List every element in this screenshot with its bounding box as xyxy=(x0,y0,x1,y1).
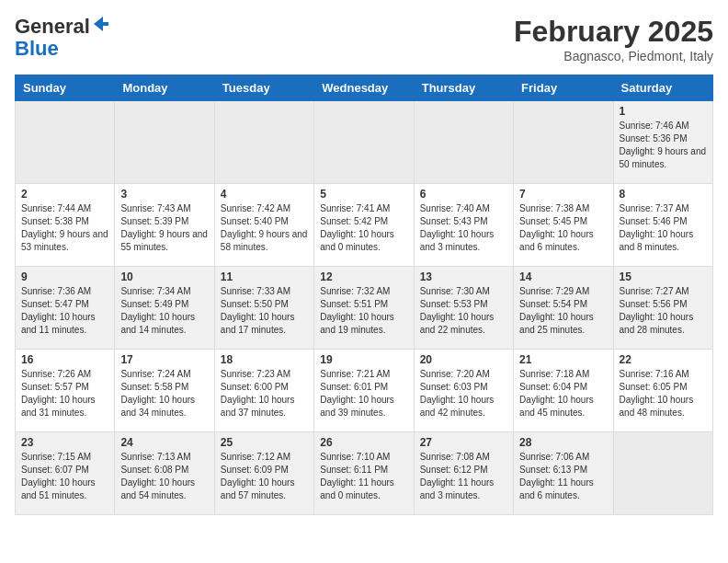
calendar-cell: 1Sunrise: 7:46 AM Sunset: 5:36 PM Daylig… xyxy=(613,101,712,184)
day-number: 9 xyxy=(21,270,108,283)
day-info: Sunrise: 7:18 AM Sunset: 6:04 PM Dayligh… xyxy=(519,368,607,419)
col-header-tuesday: Tuesday xyxy=(214,75,313,101)
day-info: Sunrise: 7:42 AM Sunset: 5:40 PM Dayligh… xyxy=(221,202,308,254)
calendar-cell: 17Sunrise: 7:24 AM Sunset: 5:58 PM Dayli… xyxy=(115,350,214,432)
calendar-cell: 24Sunrise: 7:13 AM Sunset: 6:08 PM Dayli… xyxy=(115,432,214,515)
day-info: Sunrise: 7:27 AM Sunset: 5:56 PM Dayligh… xyxy=(620,285,707,337)
calendar-cell xyxy=(16,101,115,184)
logo-general: General xyxy=(15,15,90,38)
calendar-cell: 12Sunrise: 7:32 AM Sunset: 5:51 PM Dayli… xyxy=(314,267,414,350)
day-number: 14 xyxy=(519,270,607,283)
day-number: 16 xyxy=(21,353,108,366)
calendar-cell: 20Sunrise: 7:20 AM Sunset: 6:03 PM Dayli… xyxy=(414,350,513,432)
day-number: 8 xyxy=(620,188,707,201)
day-info: Sunrise: 7:15 AM Sunset: 6:07 PM Dayligh… xyxy=(21,451,108,502)
day-number: 11 xyxy=(221,270,308,283)
day-number: 26 xyxy=(320,436,407,449)
day-info: Sunrise: 7:06 AM Sunset: 6:13 PM Dayligh… xyxy=(519,451,607,502)
day-number: 24 xyxy=(120,436,208,449)
day-info: Sunrise: 7:43 AM Sunset: 5:39 PM Dayligh… xyxy=(120,202,208,254)
day-info: Sunrise: 7:16 AM Sunset: 6:05 PM Dayligh… xyxy=(620,368,707,419)
day-info: Sunrise: 7:29 AM Sunset: 5:54 PM Dayligh… xyxy=(519,285,607,337)
day-number: 6 xyxy=(420,188,507,201)
day-info: Sunrise: 7:32 AM Sunset: 5:51 PM Dayligh… xyxy=(320,285,407,337)
calendar-cell xyxy=(115,101,214,184)
day-info: Sunrise: 7:34 AM Sunset: 5:49 PM Dayligh… xyxy=(120,285,208,337)
day-info: Sunrise: 7:41 AM Sunset: 5:42 PM Dayligh… xyxy=(320,202,407,254)
day-number: 27 xyxy=(420,436,507,449)
day-number: 22 xyxy=(620,353,707,366)
col-header-friday: Friday xyxy=(514,75,613,101)
logo-blue: Blue xyxy=(15,37,59,60)
calendar-cell: 5Sunrise: 7:41 AM Sunset: 5:42 PM Daylig… xyxy=(314,184,414,267)
calendar-week-row: 23Sunrise: 7:15 AM Sunset: 6:07 PM Dayli… xyxy=(16,432,713,515)
calendar-cell xyxy=(214,101,313,184)
day-number: 23 xyxy=(21,436,108,449)
day-number: 18 xyxy=(221,353,308,366)
day-info: Sunrise: 7:10 AM Sunset: 6:11 PM Dayligh… xyxy=(320,451,407,502)
calendar-cell xyxy=(613,432,712,515)
calendar-cell: 6Sunrise: 7:40 AM Sunset: 5:43 PM Daylig… xyxy=(414,184,513,267)
day-number: 12 xyxy=(320,270,407,283)
calendar-cell: 19Sunrise: 7:21 AM Sunset: 6:01 PM Dayli… xyxy=(314,350,414,432)
calendar-cell xyxy=(414,101,513,184)
day-number: 20 xyxy=(420,353,507,366)
day-number: 2 xyxy=(21,188,108,201)
calendar-cell: 8Sunrise: 7:37 AM Sunset: 5:46 PM Daylig… xyxy=(613,184,712,267)
col-header-saturday: Saturday xyxy=(613,75,712,101)
day-number: 13 xyxy=(420,270,507,283)
day-number: 4 xyxy=(221,188,308,201)
day-info: Sunrise: 7:37 AM Sunset: 5:46 PM Dayligh… xyxy=(620,202,707,254)
day-number: 19 xyxy=(320,353,407,366)
day-number: 1 xyxy=(620,105,707,118)
calendar-cell xyxy=(514,101,613,184)
day-info: Sunrise: 7:12 AM Sunset: 6:09 PM Dayligh… xyxy=(221,451,308,502)
calendar-cell: 13Sunrise: 7:30 AM Sunset: 5:53 PM Dayli… xyxy=(414,267,513,350)
day-number: 17 xyxy=(120,353,208,366)
day-number: 28 xyxy=(519,436,607,449)
calendar-header-row: SundayMondayTuesdayWednesdayThursdayFrid… xyxy=(16,75,713,101)
calendar-subtitle: Bagnasco, Piedmont, Italy xyxy=(514,49,713,63)
logo-arrow-icon xyxy=(92,15,110,33)
calendar-cell: 26Sunrise: 7:10 AM Sunset: 6:11 PM Dayli… xyxy=(314,432,414,515)
col-header-wednesday: Wednesday xyxy=(314,75,414,101)
calendar-cell: 4Sunrise: 7:42 AM Sunset: 5:40 PM Daylig… xyxy=(214,184,313,267)
calendar-week-row: 1Sunrise: 7:46 AM Sunset: 5:36 PM Daylig… xyxy=(16,101,713,184)
day-info: Sunrise: 7:44 AM Sunset: 5:38 PM Dayligh… xyxy=(21,202,108,254)
calendar-cell: 10Sunrise: 7:34 AM Sunset: 5:49 PM Dayli… xyxy=(115,267,214,350)
calendar-cell: 25Sunrise: 7:12 AM Sunset: 6:09 PM Dayli… xyxy=(214,432,313,515)
calendar-week-row: 2Sunrise: 7:44 AM Sunset: 5:38 PM Daylig… xyxy=(16,184,713,267)
day-number: 25 xyxy=(221,436,308,449)
col-header-thursday: Thursday xyxy=(414,75,513,101)
day-number: 3 xyxy=(120,188,208,201)
logo-text: General xyxy=(15,15,110,38)
calendar-week-row: 9Sunrise: 7:36 AM Sunset: 5:47 PM Daylig… xyxy=(16,267,713,350)
logo-blue-text: Blue xyxy=(15,38,110,60)
day-number: 15 xyxy=(620,270,707,283)
calendar-cell: 7Sunrise: 7:38 AM Sunset: 5:45 PM Daylig… xyxy=(514,184,613,267)
day-info: Sunrise: 7:21 AM Sunset: 6:01 PM Dayligh… xyxy=(320,368,407,419)
calendar-cell: 16Sunrise: 7:26 AM Sunset: 5:57 PM Dayli… xyxy=(16,350,115,432)
day-info: Sunrise: 7:24 AM Sunset: 5:58 PM Dayligh… xyxy=(120,368,208,419)
day-info: Sunrise: 7:26 AM Sunset: 5:57 PM Dayligh… xyxy=(21,368,108,419)
day-info: Sunrise: 7:40 AM Sunset: 5:43 PM Dayligh… xyxy=(420,202,507,254)
title-block: February 2025 Bagnasco, Piedmont, Italy xyxy=(514,15,713,63)
calendar-cell: 2Sunrise: 7:44 AM Sunset: 5:38 PM Daylig… xyxy=(16,184,115,267)
day-number: 21 xyxy=(519,353,607,366)
day-info: Sunrise: 7:08 AM Sunset: 6:12 PM Dayligh… xyxy=(420,451,507,502)
day-info: Sunrise: 7:46 AM Sunset: 5:36 PM Dayligh… xyxy=(620,120,707,171)
svg-marker-0 xyxy=(94,17,108,31)
calendar-cell: 22Sunrise: 7:16 AM Sunset: 6:05 PM Dayli… xyxy=(613,350,712,432)
col-header-sunday: Sunday xyxy=(16,75,115,101)
col-header-monday: Monday xyxy=(115,75,214,101)
day-number: 10 xyxy=(120,270,208,283)
day-info: Sunrise: 7:30 AM Sunset: 5:53 PM Dayligh… xyxy=(420,285,507,337)
calendar-table: SundayMondayTuesdayWednesdayThursdayFrid… xyxy=(15,75,713,515)
day-info: Sunrise: 7:36 AM Sunset: 5:47 PM Dayligh… xyxy=(21,285,108,337)
calendar-cell xyxy=(314,101,414,184)
calendar-week-row: 16Sunrise: 7:26 AM Sunset: 5:57 PM Dayli… xyxy=(16,350,713,432)
day-number: 5 xyxy=(320,188,407,201)
calendar-cell: 18Sunrise: 7:23 AM Sunset: 6:00 PM Dayli… xyxy=(214,350,313,432)
day-info: Sunrise: 7:33 AM Sunset: 5:50 PM Dayligh… xyxy=(221,285,308,337)
logo: General Blue xyxy=(15,15,110,60)
